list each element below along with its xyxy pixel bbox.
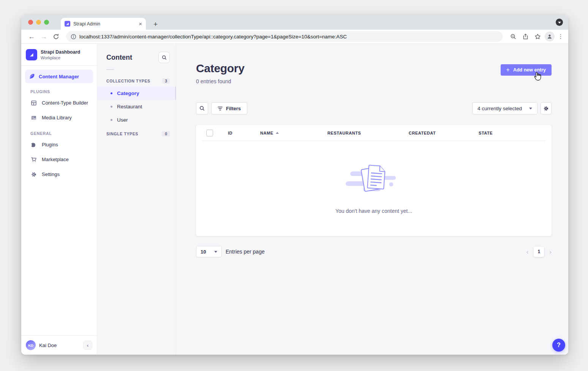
column-header-createdat[interactable]: CREATEDAT (409, 131, 479, 135)
entries-per-page-label: Entries per page (226, 249, 265, 255)
page-title: Category (196, 62, 245, 75)
filter-icon (218, 106, 223, 111)
layout-icon (31, 100, 37, 106)
fields-selected-dropdown[interactable]: 4 currently selected (472, 102, 537, 114)
browser-window: Strapi Admin × + ← → localhost:1337/admi… (21, 15, 568, 355)
sidebar-item-content-type-builder[interactable]: Content-Type Builder (21, 95, 97, 110)
collection-type-item-restaurant[interactable]: Restaurant (97, 100, 176, 113)
collapse-sidebar-button[interactable]: ‹ (83, 341, 92, 350)
pen-icon (28, 73, 35, 79)
new-tab-button[interactable]: + (151, 21, 160, 28)
collection-type-label: Category (117, 90, 139, 96)
collection-type-label: User (117, 117, 128, 123)
forward-button[interactable]: → (39, 33, 49, 41)
brand-subtitle: Workplace (41, 55, 80, 60)
sidebar-item-settings[interactable]: Settings (21, 167, 97, 182)
empty-state: You don't have any content yet... (196, 141, 552, 214)
column-header-id[interactable]: ID (228, 131, 260, 135)
sidebar-item-label: Plugins (42, 142, 58, 147)
content-subnav: Content COLLECTION TYPES 3 Category (97, 44, 176, 355)
sidebar-item-content-manager[interactable]: Content Manager (25, 70, 93, 83)
zoom-window-button[interactable] (44, 20, 49, 25)
subnav-title: Content (106, 54, 132, 62)
column-header-restaurants[interactable]: RESTAURANTS (327, 131, 409, 135)
cart-icon (31, 157, 37, 163)
collection-types-label: COLLECTION TYPES (106, 79, 150, 83)
browser-menu-icon[interactable]: ⋮ (557, 33, 564, 40)
address-bar[interactable]: localhost:1337/admin/content-manager/col… (66, 31, 503, 42)
strapi-admin-app: Strapi Dashboard Workplace Content Manag… (21, 44, 568, 355)
avatar[interactable]: KD (26, 340, 36, 350)
share-icon[interactable] (520, 32, 530, 41)
sort-asc-icon (276, 132, 279, 134)
window-controls[interactable] (28, 20, 49, 25)
documents-empty-illustration (343, 160, 404, 198)
browser-media-control-icon[interactable] (556, 19, 563, 26)
info-icon[interactable] (71, 34, 76, 40)
collection-type-item-category[interactable]: Category (97, 87, 176, 100)
back-button[interactable]: ← (27, 33, 36, 41)
close-window-button[interactable] (28, 20, 33, 25)
sidebar-item-label: Media Library (42, 115, 72, 120)
page-number-button[interactable]: 1 (534, 247, 544, 257)
tab-close-icon[interactable]: × (139, 21, 142, 27)
image-icon (31, 115, 37, 121)
reload-icon[interactable] (51, 32, 61, 41)
tab-title: Strapi Admin (73, 21, 136, 27)
select-all-checkbox[interactable] (206, 130, 213, 136)
sidebar-item-label: Settings (42, 171, 60, 177)
bookmark-star-icon[interactable] (533, 32, 542, 41)
sidebar-item-label: Content Manager (39, 74, 79, 79)
subnav-divider (106, 69, 114, 70)
browser-toolbar: ← → localhost:1337/admin/content-manager… (21, 30, 568, 44)
table-header-row: ID NAME RESTAURANTS CREATEDAT STATE (196, 125, 552, 141)
user-name: Kai Doe (39, 342, 80, 348)
sidebar-user-footer: KD Kai Doe ‹ (21, 335, 97, 355)
bullet-icon (111, 92, 112, 94)
sidebar-item-plugins[interactable]: Plugins (21, 137, 97, 152)
puzzle-icon (31, 142, 37, 148)
subnav-search-button[interactable] (158, 52, 170, 63)
screenshot-stage: Strapi Admin × + ← → localhost:1337/admi… (0, 0, 588, 371)
url-text[interactable]: localhost:1337/admin/content-manager/col… (79, 34, 347, 40)
strapi-logo-icon (26, 49, 37, 60)
page-size-select[interactable]: 10 (196, 246, 222, 257)
add-new-entry-button[interactable]: + Add new entry (501, 64, 552, 76)
next-page-button[interactable]: › (549, 249, 552, 255)
pagination-bar: 10 Entries per page ‹ 1 › (196, 246, 552, 257)
view-settings-button[interactable] (541, 102, 552, 114)
gear-icon (543, 106, 549, 111)
sidebar-item-label: Content-Type Builder (42, 100, 88, 106)
search-button[interactable] (196, 102, 208, 114)
chevron-down-icon (529, 108, 532, 109)
gear-icon (31, 171, 37, 178)
workspace-brand[interactable]: Strapi Dashboard Workplace (21, 44, 97, 65)
single-types-label: SINGLE TYPES (106, 132, 138, 136)
minimize-window-button[interactable] (36, 20, 41, 25)
collection-types-count-badge: 3 (162, 78, 170, 84)
favicon-strapi-icon (65, 21, 70, 27)
sidebar-item-media-library[interactable]: Media Library (21, 110, 97, 125)
chevron-down-icon (214, 251, 217, 253)
sidebar-divider (21, 65, 97, 66)
previous-page-button[interactable]: ‹ (526, 249, 529, 255)
collection-types-list: Category Restaurant User (97, 87, 176, 127)
plus-icon: + (506, 67, 510, 73)
zoom-icon[interactable] (508, 32, 518, 41)
browser-profile-icon[interactable] (545, 32, 555, 41)
sidebar-item-label: Marketplace (42, 157, 69, 162)
bullet-icon (111, 119, 112, 121)
bullet-icon (111, 106, 112, 108)
sidebar-item-marketplace[interactable]: Marketplace (21, 152, 97, 167)
help-button[interactable]: ? (552, 339, 565, 352)
column-header-name[interactable]: NAME (260, 131, 327, 135)
filters-button[interactable]: Filters (211, 102, 247, 114)
entries-count: 0 entries found (196, 78, 245, 84)
column-header-state[interactable]: STATE (479, 131, 545, 135)
browser-tabstrip: Strapi Admin × + (21, 15, 568, 30)
browser-tab[interactable]: Strapi Admin × (61, 18, 146, 30)
sidebar-section-plugins: PLUGINS (30, 89, 97, 94)
collection-type-item-user[interactable]: User (97, 113, 176, 127)
brand-title: Strapi Dashboard (41, 49, 80, 55)
entries-table: ID NAME RESTAURANTS CREATEDAT STATE (196, 125, 552, 236)
